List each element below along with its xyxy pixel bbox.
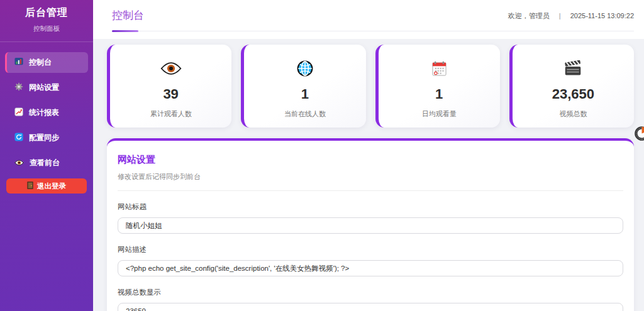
stat-value: 1 [379, 86, 500, 102]
clapper-icon [513, 58, 634, 79]
logout-label: 退出登录 [37, 182, 66, 191]
chart-up-icon [14, 107, 23, 118]
stat-label: 视频总数 [513, 109, 634, 119]
sidebar-item-view-frontend[interactable]: 查看前台 [5, 153, 88, 173]
welcome-text: 欢迎，管理员 [508, 12, 550, 19]
welcome-bar: 欢迎，管理员 | 2025-11-15 13:09:22 [508, 8, 634, 21]
title-accent-bar [112, 30, 138, 32]
settings-divider [118, 190, 623, 191]
stat-label: 日均观看量 [379, 109, 500, 119]
door-icon [27, 182, 33, 190]
stat-label: 累计观看人数 [110, 109, 231, 119]
site-title-label: 网站标题 [118, 202, 623, 212]
sidebar-item-label: 控制台 [29, 57, 52, 68]
sidebar-item-dashboard[interactable]: 控制台 [5, 52, 88, 73]
page-title: 控制台 [112, 8, 144, 31]
stat-value: 1 [244, 86, 365, 102]
page-header: 控制台 欢迎，管理员 | 2025-11-15 13:09:22 [93, 0, 644, 39]
app-title: 后台管理 [0, 0, 93, 19]
site-settings-panel: 网站设置 修改设置后记得同步到前台 网站标题 网站描述 视频总数显示 API接口… [107, 138, 634, 311]
video-total-label: 视频总数显示 [118, 288, 623, 297]
stat-label: 当前在线人数 [244, 109, 365, 119]
globe-icon [244, 58, 365, 79]
main-content: 39 累计观看人数 1 当前在线人数 1 日均观看量 23,650 视频总数 网 [93, 39, 644, 311]
sidebar-item-label: 配置同步 [29, 133, 59, 143]
refresh-float-button[interactable] [633, 125, 644, 142]
eye-icon [110, 58, 231, 79]
stat-value: 23,650 [513, 86, 634, 102]
sync-icon [14, 133, 23, 143]
sidebar: 后台管理 控制面板 控制台 网站设置 统计报表 配置同步 [0, 0, 93, 311]
sidebar-item-label: 网站设置 [29, 82, 59, 93]
field-site-title: 网站标题 [118, 202, 623, 234]
field-video-total: 视频总数显示 [118, 288, 623, 311]
logout-button[interactable]: 退出登录 [6, 178, 87, 194]
stat-card-total-videos: 23,650 视频总数 [509, 45, 634, 128]
calendar-icon [379, 58, 500, 79]
field-site-description: 网站描述 [118, 245, 623, 276]
eye-icon [14, 159, 24, 168]
video-total-input[interactable] [118, 303, 623, 311]
stat-value: 39 [110, 86, 231, 102]
sidebar-item-site-settings[interactable]: 网站设置 [5, 77, 88, 98]
app-subtitle: 控制面板 [0, 25, 93, 33]
site-description-label: 网站描述 [118, 245, 623, 254]
gear-icon [14, 82, 23, 93]
welcome-separator: | [559, 12, 561, 19]
refresh-icon [633, 134, 644, 144]
sidebar-item-label: 统计报表 [29, 107, 59, 118]
bar-chart-icon [14, 57, 23, 68]
site-description-input[interactable] [118, 260, 623, 276]
site-title-input[interactable] [118, 217, 623, 234]
sidebar-item-config-sync[interactable]: 配置同步 [5, 128, 88, 148]
settings-title: 网站设置 [118, 154, 623, 166]
sidebar-item-statistics[interactable]: 统计报表 [5, 102, 88, 123]
stat-card-daily-views: 1 日均观看量 [375, 45, 500, 128]
stat-card-total-viewers: 39 累计观看人数 [107, 45, 231, 128]
datetime-text: 2025-11-15 13:09:22 [570, 12, 634, 19]
settings-subtitle: 修改设置后记得同步到前台 [118, 172, 623, 182]
stats-row: 39 累计观看人数 1 当前在线人数 1 日均观看量 23,650 视频总数 [107, 45, 634, 128]
stat-card-online-users: 1 当前在线人数 [241, 45, 365, 128]
sidebar-item-label: 查看前台 [30, 158, 60, 168]
sidebar-menu: 控制台 网站设置 统计报表 配置同步 查看前台 [0, 42, 93, 173]
